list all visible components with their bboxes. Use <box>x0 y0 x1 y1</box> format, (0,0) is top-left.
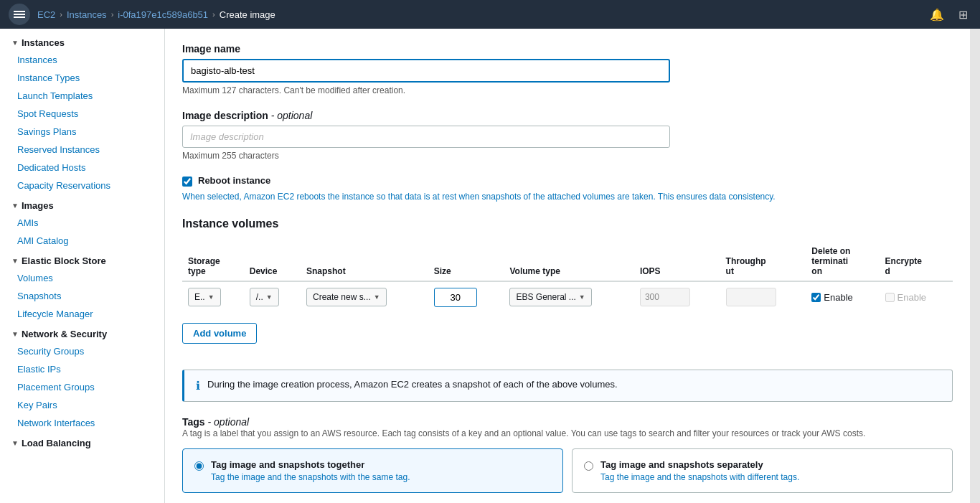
top-navigation: EC2 › Instances › i-0fa197e1c589a6b51 › … <box>0 0 980 29</box>
th-size: Size <box>428 242 504 281</box>
cell-size <box>428 281 504 313</box>
encrypted-checkbox[interactable] <box>885 293 895 302</box>
info-icon: ℹ <box>196 379 200 392</box>
sidebar-item-capacity-reservations[interactable]: Capacity Reservations <box>0 177 164 194</box>
reboot-checkbox-row: Reboot instance <box>182 175 953 187</box>
cell-throughput <box>720 281 806 313</box>
main-layout: ▼ Instances Instances Instance Types Lau… <box>0 29 980 503</box>
iops-input[interactable] <box>640 288 690 306</box>
tag-option-separately-content: Tag image and snapshots separately Tag t… <box>600 459 799 482</box>
image-desc-input[interactable] <box>182 126 670 148</box>
encrypted-checkbox-container: Enable <box>885 292 947 303</box>
tag-option-together[interactable]: Tag image and snapshots together Tag the… <box>182 448 563 493</box>
tags-section: Tags - optional A tag is a label that yo… <box>182 416 953 493</box>
sidebar-item-elastic-ips[interactable]: Elastic IPs <box>0 360 164 378</box>
info-box: ℹ During the image creation process, Ama… <box>182 370 953 402</box>
ebs-section-label: Elastic Block Store <box>22 255 106 266</box>
sidebar-section-network[interactable]: ▼ Network & Security <box>0 323 164 342</box>
sidebar-item-network-interfaces[interactable]: Network Interfaces <box>0 414 164 432</box>
tag-option-separately-radio[interactable] <box>584 461 593 471</box>
breadcrumb-sep3: › <box>212 10 215 19</box>
delete-on-term-label: Enable <box>824 292 852 303</box>
tags-optional: - optional <box>208 416 250 428</box>
breadcrumb-instances[interactable]: Instances <box>67 9 107 20</box>
sidebar-item-reserved-instances[interactable]: Reserved Instances <box>0 141 164 159</box>
tags-desc: A tag is a label that you assign to an A… <box>182 428 953 440</box>
th-delete-on-termination: Delete ontermination <box>806 242 879 281</box>
cell-encrypted: Enable <box>880 281 953 313</box>
delete-on-term-checkbox-container: Enable <box>811 292 873 303</box>
reboot-section: Reboot instance When selected, Amazon EC… <box>182 175 953 203</box>
sidebar-item-launch-templates[interactable]: Launch Templates <box>0 87 164 105</box>
bell-icon[interactable]: 🔔 <box>928 6 946 23</box>
sidebar-item-instances[interactable]: Instances <box>0 51 164 69</box>
sidebar-section-instances[interactable]: ▼ Instances <box>0 32 164 51</box>
images-section-label: Images <box>22 200 54 211</box>
tag-options-container: Tag image and snapshots together Tag the… <box>182 448 953 493</box>
sidebar-item-volumes[interactable]: Volumes <box>0 269 164 287</box>
cell-snapshot: Create new s... ▼ <box>301 281 428 313</box>
images-arrow: ▼ <box>11 202 19 210</box>
sidebar-section-images[interactable]: ▼ Images <box>0 194 164 214</box>
breadcrumb-instance-id[interactable]: i-0fa197e1c589a6b51 <box>118 9 208 20</box>
tag-option-together-desc: Tag the image and the snapshots with the… <box>211 472 410 482</box>
table-row: E.. ▼ /.. ▼ Create new s <box>182 281 953 313</box>
image-description-section: Image description - optional Maximum 255… <box>182 110 953 161</box>
storage-type-dropdown[interactable]: E.. ▼ <box>188 288 221 306</box>
add-volume-button[interactable]: Add volume <box>182 323 257 344</box>
sidebar-item-savings-plans[interactable]: Savings Plans <box>0 123 164 141</box>
throughput-input <box>726 288 776 306</box>
image-name-input[interactable]: bagisto-alb-test <box>182 59 670 83</box>
cell-storage-type: E.. ▼ <box>182 281 244 313</box>
sidebar-item-key-pairs[interactable]: Key Pairs <box>0 396 164 414</box>
sidebar-item-spot-requests[interactable]: Spot Requests <box>0 105 164 123</box>
cell-device: /.. ▼ <box>244 281 301 313</box>
size-input[interactable] <box>434 288 477 307</box>
th-iops: IOPS <box>634 242 720 281</box>
tag-option-together-radio[interactable] <box>194 461 204 471</box>
sidebar-item-instance-types[interactable]: Instance Types <box>0 69 164 87</box>
volume-type-caret: ▼ <box>579 293 585 301</box>
instance-volumes-section: Instance volumes Storagetype Device Snap… <box>182 217 953 355</box>
sidebar-item-ami-catalog[interactable]: AMI Catalog <box>0 232 164 250</box>
snapshot-dropdown[interactable]: Create new s... ▼ <box>306 288 387 306</box>
sidebar-item-lifecycle-manager[interactable]: Lifecycle Manager <box>0 305 164 323</box>
sidebar-item-dedicated-hosts[interactable]: Dedicated Hosts <box>0 159 164 177</box>
sidebar-item-amis[interactable]: AMIs <box>0 214 164 232</box>
image-desc-hint: Maximum 255 characters <box>182 151 953 161</box>
device-dropdown[interactable]: /.. ▼ <box>250 288 279 306</box>
reboot-checkbox[interactable] <box>182 177 192 187</box>
sidebar-section-load-balancing[interactable]: ▼ Load Balancing <box>0 432 164 451</box>
lb-section-label: Load Balancing <box>22 438 91 448</box>
instances-arrow: ▼ <box>11 39 19 47</box>
network-arrow: ▼ <box>11 330 19 338</box>
reboot-label[interactable]: Reboot instance <box>198 175 270 186</box>
device-caret: ▼ <box>266 293 273 301</box>
breadcrumb-sep2: › <box>111 10 114 19</box>
grid-icon[interactable]: ⊞ <box>954 6 971 23</box>
top-nav-right: 🔔 ⊞ <box>928 6 971 23</box>
reboot-desc: When selected, Amazon EC2 reboots the in… <box>182 191 953 203</box>
th-encrypted: Encrypted <box>880 242 953 281</box>
image-name-label: Image name <box>182 43 953 55</box>
menu-icon[interactable] <box>9 4 30 25</box>
th-throughput: Throughput <box>720 242 806 281</box>
sidebar-item-placement-groups[interactable]: Placement Groups <box>0 378 164 396</box>
delete-on-term-checkbox[interactable] <box>811 293 821 302</box>
lb-arrow: ▼ <box>11 439 19 447</box>
breadcrumb: EC2 › Instances › i-0fa197e1c589a6b51 › … <box>37 9 275 20</box>
sidebar-item-security-groups[interactable]: Security Groups <box>0 342 164 360</box>
breadcrumb-ec2[interactable]: EC2 <box>37 9 55 20</box>
image-name-hint: Maximum 127 characters. Can't be modifie… <box>182 85 953 95</box>
sidebar-item-snapshots[interactable]: Snapshots <box>0 287 164 305</box>
tag-option-together-content: Tag image and snapshots together Tag the… <box>211 459 410 482</box>
tag-option-separately[interactable]: Tag image and snapshots separately Tag t… <box>572 448 953 493</box>
cell-iops <box>634 281 720 313</box>
tag-option-separately-desc: Tag the image and the snapshots with dif… <box>600 472 799 482</box>
cell-delete-on-termination: Enable <box>806 281 879 313</box>
instances-section-label: Instances <box>22 37 65 48</box>
image-desc-label: Image description - optional <box>182 110 953 121</box>
volume-type-dropdown[interactable]: EBS General ... ▼ <box>509 288 591 306</box>
sidebar-section-ebs[interactable]: ▼ Elastic Block Store <box>0 250 164 269</box>
image-name-section: Image name bagisto-alb-test Maximum 127 … <box>182 43 953 95</box>
